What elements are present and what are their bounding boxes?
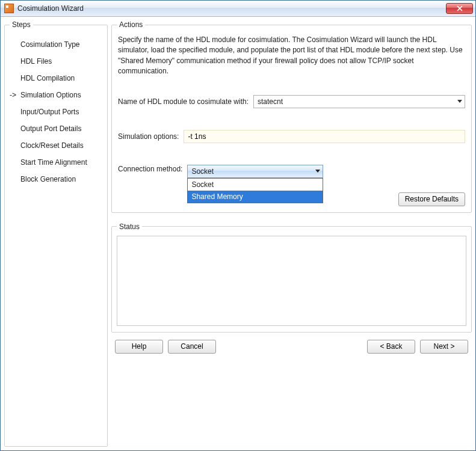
status-box (117, 236, 466, 326)
main-panel: Actions Specify the name of the HDL modu… (111, 20, 472, 447)
step-item[interactable]: Clock/Reset Details (10, 137, 102, 154)
step-label: Clock/Reset Details (20, 141, 84, 150)
connection-value: Socket (191, 167, 214, 176)
footer: Help Cancel < Back Next > (111, 336, 472, 357)
titlebar[interactable]: Cosimulation Wizard (1, 1, 475, 17)
connection-row: Connection method: Socket SocketShared M… (118, 165, 465, 178)
next-button[interactable]: Next > (420, 340, 468, 354)
step-label: Block Generation (20, 175, 76, 183)
app-icon (4, 4, 14, 13)
help-button[interactable]: Help (115, 340, 163, 354)
step-item[interactable]: Start Time Alignment (10, 154, 102, 171)
window-title: Cosimulation Wizard (17, 4, 446, 13)
step-item[interactable]: HDL Files (10, 53, 102, 70)
step-item[interactable]: HDL Compilation (10, 70, 102, 87)
status-section: Status (111, 222, 472, 333)
status-legend: Status (117, 222, 142, 231)
connection-label: Connection method: (118, 165, 182, 173)
connection-option[interactable]: Shared Memory (188, 191, 323, 203)
connection-dropdown[interactable]: SocketShared Memory (187, 178, 323, 203)
module-row: Name of HDL module to cosimulate with: s… (118, 95, 465, 108)
steps-fieldset: Steps Cosimulation TypeHDL FilesHDL Comp… (4, 20, 108, 447)
status-fieldset: Status (111, 222, 472, 333)
steps-panel: Steps Cosimulation TypeHDL FilesHDL Comp… (4, 20, 108, 447)
step-label: HDL Compilation (20, 74, 75, 82)
cancel-button[interactable]: Cancel (168, 340, 216, 354)
actions-description: Specify the name of the HDL module for c… (117, 32, 466, 84)
chevron-down-icon (457, 100, 462, 103)
step-label: HDL Files (20, 57, 52, 66)
connection-combo[interactable]: Socket (187, 165, 323, 178)
restore-defaults-button[interactable]: Restore Defaults (398, 192, 465, 206)
sim-opts-input[interactable] (184, 130, 465, 143)
step-item[interactable]: Cosimulation Type (10, 36, 102, 53)
module-value: statecnt (258, 97, 283, 106)
module-label: Name of HDL module to cosimulate with: (118, 97, 249, 106)
actions-fieldset: Actions Specify the name of the HDL modu… (111, 20, 472, 213)
footer-left: Help Cancel (115, 340, 216, 354)
step-label: Output Port Details (20, 124, 81, 133)
step-label: Simulation Options (20, 91, 81, 99)
step-current-arrow-icon: -> (10, 91, 18, 99)
close-button[interactable] (446, 3, 473, 14)
steps-list: Cosimulation TypeHDL FilesHDL Compilatio… (10, 32, 102, 188)
body: Steps Cosimulation TypeHDL FilesHDL Comp… (1, 17, 475, 450)
step-label: Input/Output Ports (20, 108, 79, 116)
step-label: Start Time Alignment (20, 158, 87, 167)
sim-opts-row: Simulation options: (118, 130, 465, 143)
steps-legend: Steps (10, 20, 33, 29)
step-item[interactable]: ->Simulation Options (10, 87, 102, 103)
connection-combo-wrap: Socket SocketShared Memory (187, 165, 323, 178)
sim-opts-label: Simulation options: (118, 132, 179, 141)
chevron-down-icon (315, 170, 320, 173)
step-item[interactable]: Input/Output Ports (10, 103, 102, 120)
step-item[interactable]: Block Generation (10, 171, 102, 188)
step-item[interactable]: Output Port Details (10, 120, 102, 137)
step-label: Cosimulation Type (20, 40, 80, 49)
module-combo[interactable]: statecnt (253, 95, 465, 108)
cosimulation-wizard-window: Cosimulation Wizard Steps Cosimulation T… (0, 0, 476, 451)
connection-option[interactable]: Socket (188, 179, 323, 191)
actions-legend: Actions (117, 20, 145, 29)
footer-right: < Back Next > (367, 340, 468, 354)
close-icon (457, 5, 463, 11)
back-button[interactable]: < Back (367, 340, 415, 354)
